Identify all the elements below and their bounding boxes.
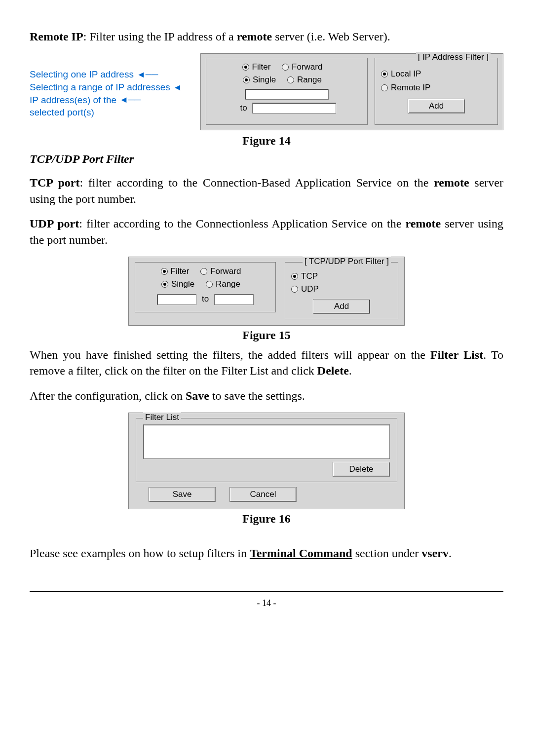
arrow-icon: ◄── <box>119 94 141 106</box>
forward-radio[interactable]: Forward <box>200 266 241 276</box>
figure14-annotations: Selecting one IP address◄── Selecting a … <box>30 53 200 130</box>
figure-16: Filter List Delete Save Cancel <box>128 413 405 509</box>
filter-list[interactable] <box>143 424 390 459</box>
page-number: - 14 - <box>30 598 503 608</box>
cancel-button[interactable]: Cancel <box>229 487 297 502</box>
figure16-caption: Figure 16 <box>30 512 503 526</box>
udp-radio[interactable]: UDP <box>291 284 319 294</box>
figure-15: Filter Forward Single Range to <box>128 257 405 326</box>
port-to-input[interactable] <box>214 294 254 305</box>
filter-radio[interactable]: Filter <box>242 62 271 72</box>
tcp-paragraph: TCP port: filter according to the Connec… <box>30 175 503 207</box>
figure15-caption: Figure 15 <box>30 329 503 342</box>
annot-line3: IP address(es) of the <box>30 94 116 107</box>
examples-paragraph: Please see examples on how to setup filt… <box>30 545 503 561</box>
footer-rule <box>30 591 503 592</box>
ip-from-input[interactable] <box>245 89 329 100</box>
filter-radio[interactable]: Filter <box>161 266 190 276</box>
single-radio[interactable]: Single <box>161 279 194 289</box>
to-label: to <box>202 294 209 303</box>
add-button[interactable]: Add <box>313 299 370 314</box>
port-from-input[interactable] <box>157 294 196 305</box>
tcp-radio[interactable]: TCP <box>291 271 318 281</box>
annot-line4: selected port(s) <box>30 107 94 117</box>
single-radio[interactable]: Single <box>243 75 276 85</box>
udp-paragraph: UDP port: filter according to the Connec… <box>30 216 503 248</box>
forward-radio[interactable]: Forward <box>282 62 322 72</box>
after-config-paragraph: After the configuration, click on Save t… <box>30 388 503 404</box>
section-heading: TCP/UDP Port Filter <box>30 152 503 166</box>
to-label: to <box>240 103 247 113</box>
figure-14: Selecting one IP address◄── Selecting a … <box>30 53 503 130</box>
finished-paragraph: When you have finished setting the filte… <box>30 347 503 379</box>
ip-to-input[interactable] <box>252 103 336 113</box>
annot-line2: Selecting a range of IP addresses <box>30 81 170 94</box>
remote-ip-radio[interactable]: Remote IP <box>381 83 430 93</box>
save-button[interactable]: Save <box>149 487 216 502</box>
arrow-icon: ◄ <box>173 81 182 93</box>
figure14-caption: Figure 14 <box>30 134 503 148</box>
arrow-icon: ◄── <box>137 69 158 80</box>
remote-ip-paragraph: Remote IP: Filter using the IP address o… <box>30 29 503 44</box>
local-ip-radio[interactable]: Local IP <box>381 69 421 79</box>
delete-button[interactable]: Delete <box>333 462 390 477</box>
annot-line1: Selecting one IP address <box>30 68 134 81</box>
range-radio[interactable]: Range <box>287 75 322 85</box>
range-radio[interactable]: Range <box>206 279 240 289</box>
add-button[interactable]: Add <box>408 99 465 113</box>
